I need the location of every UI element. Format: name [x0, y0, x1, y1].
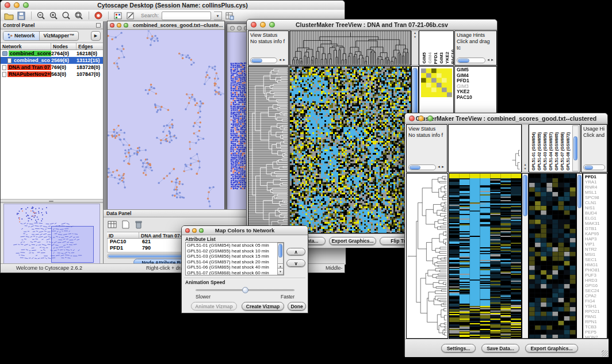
- treeview2-zoom-heatmap[interactable]: [529, 173, 576, 339]
- column-label[interactable]: GPL51-03 (GSM856): [542, 132, 548, 171]
- new-attribute-icon[interactable]: [121, 220, 131, 229]
- dialog-zoom-button[interactable]: [199, 228, 204, 233]
- vizmapper-icon[interactable]: [113, 12, 123, 20]
- view-status-scrollbar[interactable]: ◄►: [408, 164, 445, 170]
- gene-label[interactable]: SEC1: [585, 257, 607, 262]
- gene-label[interactable]: HRD3: [585, 278, 607, 283]
- settings-button[interactable]: Settings...: [441, 344, 476, 352]
- scroll-arrows-icon[interactable]: ◄►: [437, 164, 445, 170]
- gene-label[interactable]: PHO81: [585, 267, 607, 273]
- zoom-fit-icon[interactable]: [74, 12, 84, 20]
- treeview2-header-scroll-arrows[interactable]: ▲▼: [522, 124, 529, 173]
- attribute-list-item[interactable]: GPL51-04 (GSM857) heat shock 20 min: [186, 259, 284, 265]
- import-table-icon[interactable]: [225, 12, 235, 20]
- treeview1-minimize-button[interactable]: [260, 22, 266, 28]
- treeview2-title-bar[interactable]: ClusterMaker TreeView : combined_scores_…: [405, 113, 607, 124]
- col-id[interactable]: ID: [107, 232, 139, 238]
- create-vizmap-button[interactable]: Create Vizmap: [242, 302, 284, 311]
- attribute-list[interactable]: GPL51-01 (GSM854) heat shock 05 minGPL51…: [185, 242, 284, 275]
- panel-divider-handle[interactable]: [1, 199, 103, 203]
- annotation-icon[interactable]: [126, 12, 136, 20]
- view-status-scrollbar[interactable]: ◄►: [250, 57, 286, 63]
- column-label[interactable]: GPL51-02 (GSM855): [537, 132, 542, 171]
- float-panel-icon[interactable]: [96, 23, 101, 28]
- gene-label[interactable]: SEC24: [585, 288, 607, 293]
- column-label[interactable]: PAC10: [450, 49, 454, 64]
- minimize-button[interactable]: [14, 2, 20, 8]
- network-row[interactable]: combined_sco 2569(6) 13112(15): [1, 57, 103, 64]
- search-dropdown-icon[interactable]: ▼: [214, 12, 222, 20]
- gene-label[interactable]: BUD4: [585, 210, 607, 216]
- animate-vizmap-button[interactable]: Animate Vizmap: [191, 302, 237, 311]
- gene-label[interactable]: GPI16: [585, 283, 607, 288]
- attribute-list-item[interactable]: GPL51-07 (GSM868) heat shock 60 min: [186, 270, 284, 275]
- export-graphics-button[interactable]: Export Graphics...: [329, 237, 376, 245]
- treeview2-zoom-vscrollbar[interactable]: [576, 173, 583, 339]
- done-button[interactable]: Done: [288, 302, 306, 311]
- delete-attribute-icon[interactable]: [134, 220, 144, 229]
- column-label[interactable]: GIM5: [422, 52, 427, 64]
- treeview2-global-heatmap[interactable]: [449, 173, 522, 339]
- column-label[interactable]: GPL51-06 (GSM865): [554, 132, 560, 171]
- gene-label[interactable]: MSI1: [585, 252, 607, 257]
- network-view-canvas[interactable]: [108, 30, 224, 209]
- gene-label[interactable]: PUF3: [585, 273, 607, 278]
- zoom-in-icon[interactable]: [49, 12, 59, 20]
- close-button[interactable]: [5, 2, 10, 8]
- attribute-list-item[interactable]: GPL51-03 (GSM856) heat shock 15 min: [186, 254, 284, 259]
- gene-label[interactable]: PEP5: [585, 329, 607, 335]
- slider-thumb[interactable]: [242, 287, 248, 293]
- column-label[interactable]: GIM3: [439, 52, 444, 64]
- save-data-button[interactable]: Save Data...: [481, 344, 519, 352]
- treeview2-zoom-button[interactable]: [427, 116, 433, 121]
- gene-label[interactable]: HMG1: [585, 262, 607, 267]
- gene-label[interactable]: PFD1: [585, 174, 607, 179]
- treeview1-heatmap[interactable]: [289, 66, 411, 233]
- column-label[interactable]: GPL51-07 (GSM868): [560, 132, 565, 171]
- zoom-out-icon[interactable]: [36, 12, 46, 20]
- gene-label[interactable]: KAP95: [585, 231, 607, 236]
- network-row[interactable]: RNAPuberNov2+| 563(0) 107847(0): [1, 71, 103, 78]
- attribute-list-item[interactable]: GPL51-02 (GSM855) heat shock 10 min: [186, 248, 284, 254]
- select-attributes-icon[interactable]: [108, 220, 117, 229]
- gene-label[interactable]: ELG1: [585, 216, 607, 221]
- zoom-selected-icon[interactable]: [62, 12, 71, 20]
- network-row[interactable]: DNA and Tran 07 769(0) 183728(0): [1, 64, 103, 71]
- treeview2-global-vscrollbar[interactable]: [522, 173, 529, 339]
- treeview1-top-dendrogram[interactable]: [289, 30, 411, 66]
- treeview1-header-scroll-arrows[interactable]: ▲▼: [411, 30, 419, 66]
- move-down-button[interactable]: ∨: [286, 259, 305, 267]
- treeview2-close-button[interactable]: [409, 116, 415, 121]
- gene-label[interactable]: NIS1: [585, 205, 607, 210]
- network-row[interactable]: combined_scores 2764(0) 16218(0): [1, 50, 103, 57]
- main-title-bar[interactable]: Cytoscape Desktop (Session Name: collins…: [1, 1, 345, 10]
- similarity-matrix[interactable]: [421, 68, 452, 97]
- tab-overflow-button[interactable]: ►: [91, 31, 101, 41]
- search-input[interactable]: [162, 12, 211, 20]
- gene-label[interactable]: RPN1: [585, 319, 607, 324]
- column-label[interactable]: GIM4: [427, 52, 433, 64]
- gene-label[interactable]: SPC98: [585, 195, 607, 200]
- net-window-close-button[interactable]: [110, 23, 114, 28]
- net-window-zoom-button[interactable]: [124, 23, 128, 28]
- gene-label[interactable]: VIP1: [585, 242, 607, 247]
- export-graphics-button[interactable]: Export Graphics...: [525, 344, 578, 352]
- move-up-button[interactable]: ∧: [286, 248, 305, 255]
- gene-label[interactable]: GTB1: [585, 226, 607, 231]
- column-label[interactable]: GPL51-01 (GSM854): [531, 132, 537, 171]
- animation-speed-slider[interactable]: [196, 289, 294, 291]
- treeview2-top-pane[interactable]: [448, 124, 522, 173]
- dialog-title-bar[interactable]: Map Colors to Network: [182, 226, 308, 235]
- col-nodes[interactable]: Nodes: [51, 43, 76, 49]
- column-label[interactable]: PFD1: [433, 52, 438, 64]
- col-network[interactable]: Network: [1, 43, 51, 49]
- help-icon[interactable]: [94, 12, 104, 20]
- col-edges[interactable]: Edges: [76, 43, 103, 49]
- net-window-minimize-button[interactable]: [117, 23, 121, 28]
- treeview1-title-bar[interactable]: ClusterMaker TreeView : DNA and Tran 07-…: [247, 20, 497, 30]
- attribute-list-vscrollbar[interactable]: ▲ ▼: [277, 243, 284, 275]
- usage-hints-scrollbar[interactable]: ◄►: [457, 57, 495, 63]
- gene-label[interactable]: MSL1: [585, 190, 607, 195]
- usage-hints-scrollbar[interactable]: [583, 164, 605, 170]
- gene-label[interactable]: PAN1: [585, 314, 607, 319]
